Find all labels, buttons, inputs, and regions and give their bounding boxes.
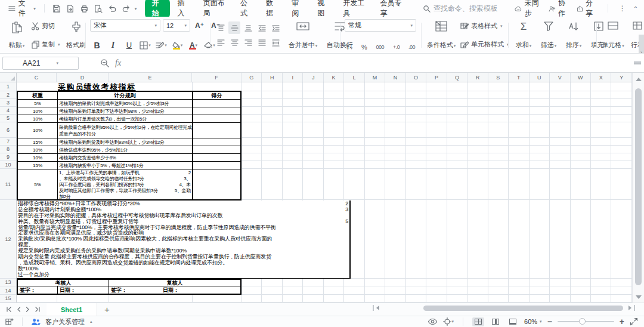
print-preview-button[interactable] <box>92 2 104 14</box>
scroll-right-arrow[interactable] <box>628 306 631 310</box>
page-break-view-button[interactable] <box>507 317 519 326</box>
column-header[interactable]: D <box>57 73 109 82</box>
zoom-in-button[interactable]: + <box>620 317 624 326</box>
column-header[interactable]: Y <box>611 73 631 82</box>
extension-icon[interactable] <box>5 317 14 326</box>
collapse-ribbon-icon[interactable]: ⌃ <box>633 5 638 12</box>
row-header[interactable]: 7 <box>0 138 16 146</box>
more-menu-icon[interactable]: ⋮ <box>619 4 626 13</box>
redo-button[interactable] <box>120 2 132 14</box>
row-header[interactable]: 9 <box>0 153 16 161</box>
save-button[interactable] <box>51 2 62 14</box>
name-box[interactable]: AA21 ▾ <box>2 57 79 70</box>
scroll-left-arrow[interactable] <box>376 306 379 310</box>
hscroll-split-handle[interactable] <box>373 305 374 311</box>
align-center-button[interactable] <box>228 36 240 49</box>
column-header[interactable]: K <box>324 73 344 82</box>
conditional-format-button[interactable]: 条件格式▾ <box>426 19 457 51</box>
table-style-button[interactable]: 表格样式▾ <box>460 21 509 30</box>
command-search-box[interactable]: 查找命令、搜索模板 <box>423 4 512 14</box>
row-header[interactable]: 8 <box>0 146 16 153</box>
row-header[interactable]: 14 <box>0 286 16 295</box>
row-header[interactable]: 2 <box>0 91 16 99</box>
hscroll-split-handle[interactable] <box>634 305 635 311</box>
sum-button[interactable]: Σ 求和▾ <box>512 19 535 51</box>
scrollbar-split-handle[interactable] <box>634 61 641 64</box>
vertical-scrollbar[interactable] <box>632 73 644 303</box>
zoom-slider[interactable] <box>558 321 614 322</box>
column-header[interactable]: W <box>571 73 591 82</box>
cell-style-button[interactable]: 单元格样式▾ <box>460 40 509 49</box>
increase-indent-button[interactable] <box>270 21 281 34</box>
align-left-button[interactable] <box>215 36 227 49</box>
column-header[interactable]: V <box>550 73 570 82</box>
row-header[interactable]: 4 <box>0 107 16 115</box>
increase-decimal-button[interactable]: +.0 <box>393 44 400 50</box>
zoom-slider-thumb[interactable] <box>579 318 586 325</box>
name-box-dropdown-icon[interactable]: ▾ <box>56 61 58 66</box>
column-header[interactable]: U <box>530 73 550 82</box>
column-header[interactable]: S <box>488 73 509 82</box>
column-header[interactable]: P <box>426 73 447 82</box>
italic-button[interactable]: I <box>106 39 120 51</box>
row-header[interactable]: 15 <box>0 295 16 303</box>
page-layout-view-button[interactable] <box>490 317 501 326</box>
row-header[interactable]: 10 <box>0 161 16 169</box>
font-color-button[interactable]: A▾ <box>187 39 200 51</box>
print-button[interactable] <box>79 2 90 14</box>
last-sheet-icon[interactable] <box>35 307 41 312</box>
scroll-down-arrow[interactable] <box>636 295 642 299</box>
formula-input[interactable] <box>126 57 626 70</box>
undo-button[interactable] <box>107 2 118 14</box>
zoom-formula-button[interactable] <box>100 58 109 67</box>
font-size-select[interactable]: 12▾ <box>163 19 190 32</box>
row-header[interactable]: 6 <box>0 122 16 138</box>
next-sheet-icon[interactable] <box>26 307 30 312</box>
cut-button[interactable]: 剪切 <box>31 21 60 30</box>
column-header[interactable]: T <box>509 73 529 82</box>
share-button[interactable]: 分享 <box>577 0 597 18</box>
font-family-select[interactable]: 宋体▾ <box>90 19 160 32</box>
horizontal-scroll-thumb[interactable] <box>423 306 623 311</box>
filter-button[interactable]: 筛选▾ <box>537 19 561 51</box>
align-right-button[interactable] <box>242 36 254 49</box>
number-format-select[interactable]: 常规▾ <box>345 19 416 32</box>
first-sheet-icon[interactable] <box>6 307 12 312</box>
column-header[interactable]: R <box>467 73 488 82</box>
toolbar-expand-strip[interactable]: › <box>639 35 644 54</box>
row-header[interactable]: 11 <box>0 169 16 200</box>
merge-center-button[interactable]: 合并居中▾ <box>286 19 320 51</box>
zoom-level[interactable]: 60% ▾ <box>524 318 542 325</box>
horizontal-scrollbar[interactable] <box>373 304 635 311</box>
fullscreen-icon[interactable] <box>630 317 638 326</box>
column-header[interactable]: L <box>344 73 364 82</box>
column-header[interactable]: O <box>406 73 426 82</box>
sync-status[interactable]: 未同步 <box>515 0 541 18</box>
align-top-button[interactable] <box>215 21 227 34</box>
copy-button[interactable]: 复制▾ <box>31 40 60 49</box>
borders-button[interactable]: ▾ <box>138 39 152 51</box>
column-header[interactable]: Q <box>447 73 467 82</box>
collaborate-button[interactable]: 协作 <box>549 0 569 18</box>
thousand-separator-button[interactable]: 000 <box>376 44 385 50</box>
column-header[interactable]: J <box>303 73 323 82</box>
vertical-scroll-thumb[interactable] <box>635 88 642 285</box>
eye-protect-icon[interactable] <box>428 318 438 325</box>
normal-view-button[interactable] <box>472 317 484 326</box>
row-header[interactable]: 5 <box>0 115 16 122</box>
export-button[interactable] <box>64 2 76 14</box>
quick-calc-button[interactable]: ▾ <box>443 317 454 326</box>
draw-border-button[interactable]: ▾ <box>154 39 168 51</box>
increase-font-button[interactable]: A⁺ <box>193 19 206 32</box>
decrease-indent-button[interactable] <box>256 21 268 34</box>
percent-button[interactable]: % <box>361 44 367 51</box>
zoom-out-button[interactable]: − <box>547 317 552 326</box>
sheet-tab-sheet1[interactable]: Sheet1 <box>47 303 97 316</box>
row-header[interactable]: 12 <box>0 200 16 279</box>
paste-button[interactable]: 粘贴▾ <box>5 19 29 51</box>
column-header[interactable]: X <box>591 73 611 82</box>
fill-color-button[interactable]: ▾ <box>171 39 184 51</box>
column-header[interactable]: H <box>262 73 282 82</box>
column-header[interactable]: G <box>242 73 262 82</box>
select-all-corner[interactable] <box>0 73 17 82</box>
